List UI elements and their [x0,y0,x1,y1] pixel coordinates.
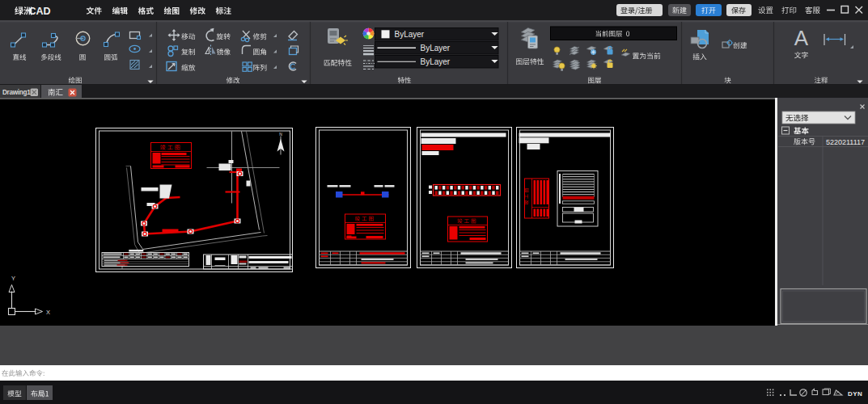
svg-text:CAD: CAD [29,6,51,17]
svg-text:ByLayer: ByLayer [421,57,451,66]
svg-text:ByLayer: ByLayer [395,30,425,39]
svg-text:N: N [279,132,282,137]
svg-text:DYN: DYN [848,390,862,398]
svg-text:Y: Y [11,275,15,282]
svg-text:5220211117: 5220211117 [826,138,865,146]
svg-text:A: A [794,26,809,50]
svg-text:ByLayer: ByLayer [421,44,451,53]
svg-text:X: X [46,309,50,316]
svg-text:Drawing1: Drawing1 [2,89,31,96]
